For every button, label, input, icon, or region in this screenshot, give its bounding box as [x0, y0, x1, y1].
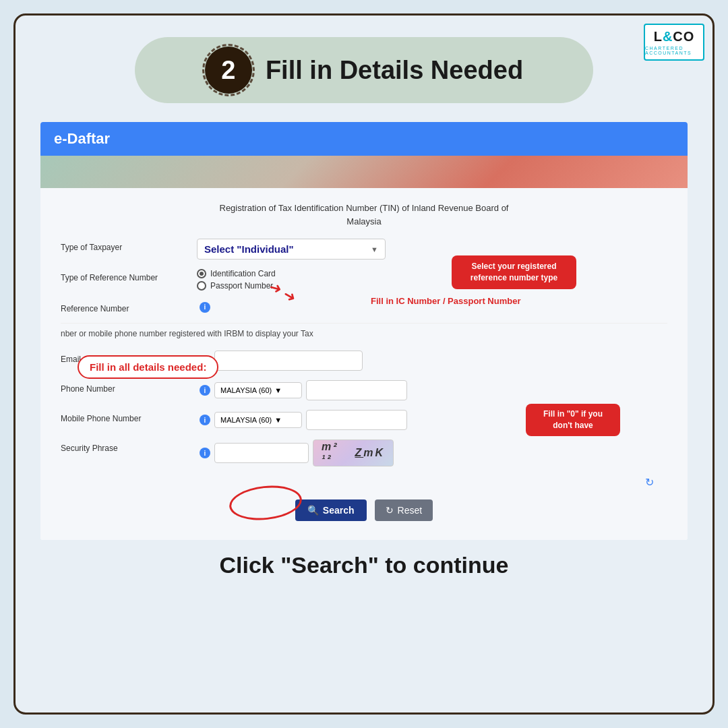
mobile-input[interactable] — [306, 410, 407, 430]
taxpayer-select[interactable]: Select "Individual" ▼ — [197, 239, 386, 260]
phone-country-text: MALAYSIA (60) — [220, 386, 272, 394]
security-control: i m² ¹²ZmK — [197, 439, 667, 466]
step-header: 2 Fill in Details Needed — [135, 37, 593, 103]
step-number: 2 — [205, 47, 252, 94]
search-button[interactable]: 🔍 Search — [295, 499, 367, 521]
logo-box: L&CO CHARTERED ACCOUNTANTS — [644, 24, 704, 61]
logo-text: L&CO — [654, 29, 695, 44]
reference-number-label: Reference Number — [61, 300, 189, 313]
callout-fill-zero: Fill in "0" if you don't have — [526, 404, 620, 436]
chevron-down-icon: ▼ — [371, 245, 378, 253]
mobile-country-text: MALAYSIA (60) — [220, 416, 272, 424]
radio-dot-ic — [197, 269, 206, 278]
form-title: Registration of Tax Identification Numbe… — [61, 202, 667, 228]
security-row: Security Phrase i m² ¹²ZmK — [61, 439, 667, 466]
edaftar-banner — [40, 156, 688, 188]
radio-dot-passport — [197, 281, 206, 291]
mobile-label: Mobile Phone Number — [61, 410, 189, 423]
mobile-info-icon: i — [200, 415, 210, 425]
step-title: Fill in Details Needed — [266, 56, 523, 85]
mobile-chevron-icon: ▼ — [274, 416, 282, 424]
callout-fill-ic: Fill in IC Number / Passport Number — [371, 296, 520, 306]
security-input[interactable] — [214, 443, 309, 463]
ref-number-row: Type of Reference Number Identification … — [61, 269, 667, 291]
ref-ic-radio[interactable]: Identification Card — [197, 269, 667, 278]
phone-label: Phone Number — [61, 380, 189, 394]
reset-button[interactable]: ↻ Reset — [375, 499, 433, 521]
bottom-text: Click "Search" to continue — [37, 552, 691, 578]
taxpayer-label: Type of Taxpayer — [61, 239, 189, 252]
edaftar-panel: e-Daftar Registration of Tax Identificat… — [40, 122, 688, 540]
taxpayer-selected-text: Select "Individual" — [204, 243, 294, 255]
phone-info-icon: i — [200, 385, 210, 396]
edaftar-header: e-Daftar — [40, 122, 688, 156]
captcha-image: m² ¹²ZmK — [313, 439, 394, 466]
ref-passport-radio[interactable]: Passport Number — [197, 281, 667, 291]
taxpayer-row: Type of Taxpayer Select "Individual" ▼ — [61, 239, 667, 260]
taxpayer-control: Select "Individual" ▼ — [197, 239, 667, 260]
email-control: i — [197, 351, 667, 371]
refresh-captcha-icon[interactable]: ↻ — [645, 476, 654, 489]
security-label: Security Phrase — [61, 439, 189, 453]
reference-number-row: Reference Number i — [61, 300, 667, 313]
security-info-icon: i — [200, 448, 210, 458]
ref-number-radio-group: Identification Card Passport Number — [197, 269, 667, 291]
reset-icon: ↻ — [386, 505, 394, 516]
search-icon: 🔍 — [307, 505, 319, 516]
callout-ref-type: Select your registered reference number … — [452, 255, 576, 289]
mobile-country-select[interactable]: MALAYSIA (60) ▼ — [214, 412, 302, 428]
ref-number-control: Identification Card Passport Number — [197, 269, 667, 291]
partial-text: nber or mobile phone number registered w… — [61, 323, 667, 344]
ref-number-label: Type of Reference Number — [61, 269, 189, 282]
callout-fill-all: Fill in all details needed: — [78, 355, 218, 379]
ref-passport-label: Passport Number — [210, 281, 273, 291]
edaftar-body: Registration of Tax Identification Numbe… — [40, 188, 688, 540]
logo-subtitle: CHARTERED ACCOUNTANTS — [645, 46, 703, 55]
ref-ic-label: Identification Card — [210, 269, 276, 278]
phone-country-select[interactable]: MALAYSIA (60) ▼ — [214, 382, 302, 398]
outer-container: L&CO CHARTERED ACCOUNTANTS 2 Fill in Det… — [13, 13, 715, 715]
reference-info-icon: i — [200, 302, 210, 313]
phone-row: Phone Number i MALAYSIA (60) ▼ — [61, 380, 667, 400]
email-input[interactable] — [214, 351, 363, 371]
phone-input[interactable] — [306, 380, 407, 400]
button-row: 🔍 Search ↻ Reset — [61, 494, 667, 529]
phone-control: i MALAYSIA (60) ▼ — [197, 380, 667, 400]
phone-chevron-icon: ▼ — [274, 386, 282, 394]
